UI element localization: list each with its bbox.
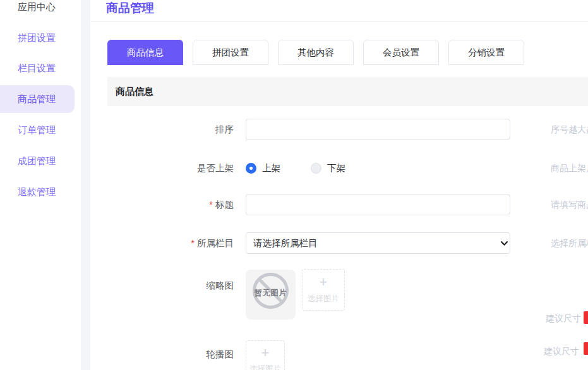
choose-image-text: 选择图片 [303, 294, 344, 304]
sidebar-item-product-management[interactable]: 商品管理 [18, 93, 56, 105]
tab-distribution-settings[interactable]: 分销设置 [448, 40, 524, 65]
sidebar-item-team-management[interactable]: 成团管理 [18, 155, 56, 167]
form-row-on-shelf: 是否上架 上架 下架 商品上架后 [107, 157, 588, 179]
tab-bar: 商品信息 拼团设置 其他内容 会员设置 分销设置 [107, 40, 524, 65]
sidebar-item-app-center[interactable]: 应用中心 [18, 1, 56, 13]
radio-off-shelf-label[interactable]: 下架 [327, 162, 345, 174]
sidebar-item-column-settings[interactable]: 栏目设置 [18, 62, 56, 75]
sidebar-item-order-management[interactable]: 订单管理 [18, 124, 56, 136]
required-asterisk: * [209, 200, 213, 210]
choose-thumbnail-button[interactable]: + 选择图片 [302, 269, 345, 311]
sidebar: 应用中心 拼团设置 栏目设置 商品管理 订单管理 成团管理 退款管理 [0, 0, 81, 370]
sort-input[interactable] [246, 119, 510, 140]
page-title: 商品管理 [106, 1, 154, 16]
choose-carousel-image-button[interactable]: + 选择图片 [246, 340, 285, 370]
form-row-carousel: 轮播图 + 选择图片 建议尺寸 [107, 340, 588, 370]
form-row-title: *标题 请填写商品 [107, 194, 588, 215]
sidebar-content-divider [81, 0, 90, 370]
thumbnail-size-badge [584, 311, 588, 324]
plus-icon: + [303, 274, 344, 290]
radio-off-shelf-icon[interactable] [311, 163, 321, 174]
required-asterisk: * [191, 238, 195, 248]
on-shelf-radio-group: 上架 下架 [246, 157, 345, 179]
title-hint: 请填写商品 [551, 194, 588, 215]
on-shelf-hint: 商品上架后 [551, 157, 588, 179]
category-label: *所属栏目 [107, 232, 234, 254]
category-hint: 选择所属栏 [551, 232, 588, 254]
sidebar-item-refund-management[interactable]: 退款管理 [18, 186, 56, 198]
sort-hint: 序号越大越 [551, 119, 588, 140]
form-row-sort: 排序 序号越大越 [107, 119, 588, 140]
carousel-size-hint: 建议尺寸 [544, 345, 579, 357]
form-row-thumbnail: 缩略图 暂无图片 + 选择图片 建议尺寸 [107, 269, 588, 326]
sort-label: 排序 [107, 119, 234, 140]
tab-other-content[interactable]: 其他内容 [278, 40, 354, 65]
carousel-label: 轮播图 [107, 348, 234, 361]
section-title: 商品信息 [116, 86, 153, 98]
plus-icon: + [246, 345, 284, 361]
form-row-category: *所属栏目 请选择所属栏目 选择所属栏 [107, 232, 588, 254]
thumbnail-size-hint: 建议尺寸 [546, 312, 581, 325]
on-shelf-label: 是否上架 [107, 157, 234, 179]
thumbnail-label: 缩略图 [107, 279, 234, 292]
sidebar-item-group-settings[interactable]: 拼团设置 [18, 32, 56, 44]
tab-member-settings[interactable]: 会员设置 [363, 40, 439, 65]
title-input[interactable] [246, 194, 510, 215]
tab-group-settings[interactable]: 拼团设置 [193, 40, 268, 65]
category-select[interactable]: 请选择所属栏目 [246, 232, 510, 254]
choose-image-text: 选择图片 [246, 364, 284, 370]
no-image-text: 暂无图片 [246, 288, 296, 299]
header-divider [90, 21, 588, 22]
carousel-size-badge [584, 342, 588, 355]
radio-on-shelf-icon[interactable] [246, 163, 256, 174]
title-label: *标题 [107, 194, 234, 215]
thumbnail-preview: 暂无图片 [246, 270, 296, 319]
tab-product-info[interactable]: 商品信息 [107, 40, 183, 65]
radio-on-shelf-label[interactable]: 上架 [262, 162, 280, 174]
section-header: 商品信息 [107, 77, 588, 106]
